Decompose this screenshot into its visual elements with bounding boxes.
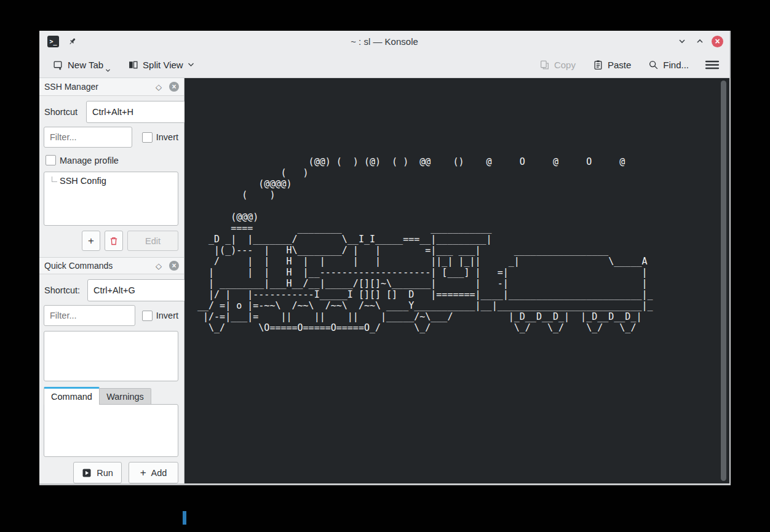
- qc-add-button[interactable]: + Add: [129, 462, 178, 483]
- manage-profile-row: Manage profile: [44, 155, 178, 165]
- qc-buttons-row: Run + Add: [44, 462, 178, 483]
- qc-invert-checkbox[interactable]: [142, 311, 153, 321]
- ssh-filter-input[interactable]: [44, 127, 132, 148]
- paste-button[interactable]: Paste: [589, 56, 635, 74]
- find-button[interactable]: Find...: [645, 56, 693, 74]
- qc-shortcut-label: Shortcut:: [44, 285, 87, 295]
- new-tab-label: New Tab: [68, 60, 103, 70]
- terminal[interactable]: (@@) ( ) (@) ( ) @@ () @ O @ O @ ( ) (@@…: [185, 78, 729, 483]
- new-tab-menu-arrow-icon: [105, 68, 111, 73]
- run-button-label: Run: [97, 468, 113, 478]
- manage-profile-label: Manage profile: [60, 156, 119, 165]
- quick-commands-title: Quick Commands: [44, 261, 113, 271]
- ssh-manager-title: SSH Manager: [44, 82, 98, 92]
- add-button-label: Add: [151, 468, 167, 478]
- minimize-button[interactable]: [676, 35, 688, 47]
- sidebar: SSH Manager ◇ × Shortcut Invert Manage p…: [39, 78, 185, 483]
- quick-commands-header[interactable]: Quick Commands ◇ ×: [39, 257, 184, 274]
- qc-filter-row: Invert: [44, 305, 178, 326]
- plus-icon: +: [88, 235, 94, 247]
- ssh-manager-close-button[interactable]: ×: [169, 82, 179, 92]
- split-view-menu-arrow-icon: [188, 62, 194, 67]
- copy-icon: [539, 60, 550, 70]
- ssh-manager-float-button[interactable]: ◇: [156, 82, 162, 92]
- list-item-label: SSH Config: [60, 176, 106, 186]
- window-content: SSH Manager ◇ × Shortcut Invert Manage p…: [39, 78, 729, 483]
- search-icon: [648, 60, 659, 70]
- qc-command-editor[interactable]: [44, 404, 178, 457]
- find-label: Find...: [663, 60, 689, 70]
- quick-commands-float-button[interactable]: ◇: [156, 261, 162, 271]
- tab-command-label: Command: [51, 392, 92, 402]
- copy-label: Copy: [554, 60, 576, 70]
- ssh-shortcut-row: Shortcut: [44, 101, 178, 123]
- ssh-buttons-row: + Edit: [44, 231, 178, 251]
- konsole-window: >_ ~ : sl — Konsole: [39, 31, 731, 485]
- ssh-filter-row: Invert: [44, 127, 178, 148]
- new-tab-icon: [53, 60, 63, 70]
- qc-command-list[interactable]: [44, 331, 178, 381]
- split-view-button[interactable]: Split View: [124, 56, 198, 74]
- close-icon: ×: [715, 37, 720, 46]
- terminal-output: (@@) ( ) (@) ( ) @@ () @ O @ O @ ( ) (@@…: [197, 156, 659, 333]
- ssh-manager-header[interactable]: SSH Manager ◇ ×: [39, 78, 184, 96]
- trash-icon: [109, 236, 119, 246]
- terminal-cursor: [183, 511, 186, 525]
- close-icon: ×: [172, 83, 176, 90]
- qc-invert-label: Invert: [156, 311, 178, 320]
- manage-profile-checkbox[interactable]: [46, 155, 56, 165]
- split-view-icon: [128, 60, 138, 70]
- ssh-shortcut-label: Shortcut: [44, 107, 86, 117]
- hamburger-menu-button[interactable]: [702, 57, 722, 73]
- window-title: ~ : sl — Konsole: [39, 36, 729, 47]
- run-icon: [82, 468, 92, 478]
- close-button[interactable]: ×: [712, 36, 723, 47]
- tab-command[interactable]: Command: [44, 387, 100, 405]
- tree-branch-icon: [52, 177, 57, 182]
- tab-warnings-label: Warnings: [106, 392, 144, 402]
- split-view-label: Split View: [143, 60, 183, 70]
- qc-filter-input[interactable]: [44, 305, 135, 326]
- titlebar[interactable]: >_ ~ : sl — Konsole: [39, 31, 729, 52]
- window-controls: ×: [676, 35, 723, 47]
- hamburger-icon: [705, 60, 720, 70]
- paste-icon: [593, 60, 603, 70]
- qc-shortcut-row: Shortcut:: [44, 279, 178, 301]
- ssh-config-list[interactable]: SSH Config: [44, 172, 178, 226]
- terminal-scrollbar[interactable]: [721, 81, 726, 481]
- maximize-button[interactable]: [694, 35, 706, 47]
- main-toolbar: New Tab Split View: [39, 52, 729, 78]
- plus-icon: +: [140, 467, 146, 479]
- list-item[interactable]: SSH Config: [47, 176, 175, 186]
- qc-run-button[interactable]: Run: [73, 462, 122, 483]
- ssh-edit-button[interactable]: Edit: [127, 231, 178, 251]
- ssh-invert-label: Invert: [156, 132, 178, 142]
- edit-button-label: Edit: [145, 236, 161, 246]
- ssh-invert-checkbox[interactable]: [142, 132, 153, 143]
- ssh-delete-button[interactable]: [105, 231, 123, 251]
- paste-label: Paste: [608, 60, 631, 70]
- close-icon: ×: [172, 262, 176, 269]
- new-tab-button[interactable]: New Tab: [49, 56, 114, 74]
- quick-commands-close-button[interactable]: ×: [169, 261, 179, 271]
- qc-tabs: Command Warnings: [44, 387, 178, 405]
- ssh-add-button[interactable]: +: [82, 231, 100, 251]
- copy-button[interactable]: Copy: [536, 56, 579, 74]
- tab-warnings[interactable]: Warnings: [100, 388, 151, 405]
